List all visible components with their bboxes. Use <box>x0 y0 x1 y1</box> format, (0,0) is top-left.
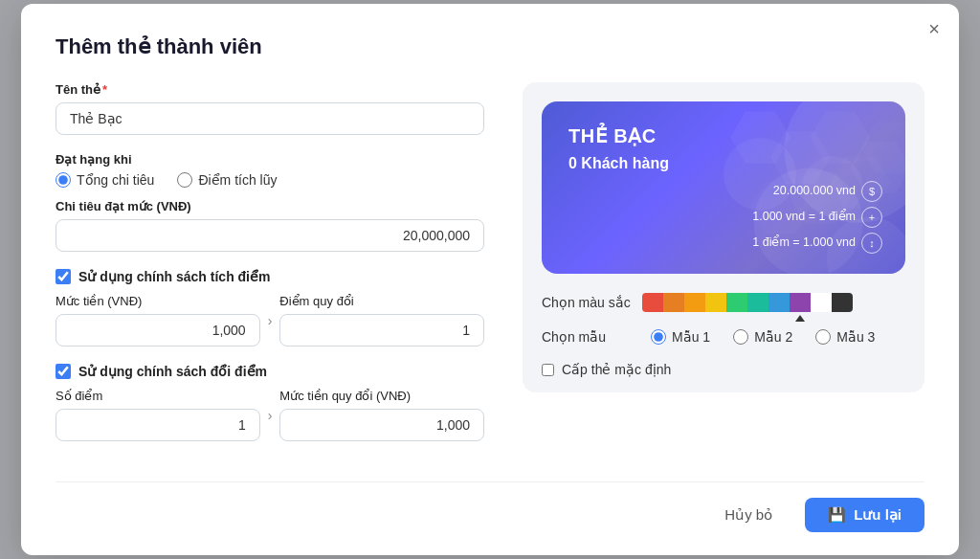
rank-criteria-group: Đạt hạng khi Tổng chi tiêu Điểm tích lũy… <box>56 152 484 252</box>
color-swatch-8[interactable] <box>811 293 832 312</box>
modal-title: Thêm thẻ thành viên <box>56 34 924 59</box>
use-points-checkbox[interactable] <box>56 269 71 284</box>
points-col: Số điểm <box>56 389 260 441</box>
arrow-icon: › <box>268 313 273 328</box>
card-info-3-text: 1 điểm = 1.000 vnd <box>752 231 856 255</box>
color-bar[interactable] <box>642 293 853 312</box>
card-preview-wrap: THẺ BẠC 0 Khách hàng 20.000.000 vnd $ 1 <box>523 82 924 392</box>
rank-criteria-label: Đạt hạng khi <box>56 152 484 167</box>
color-swatch-0[interactable] <box>642 293 663 312</box>
card-info-row-3: 1 điểm = 1.000 vnd ↕ <box>752 231 882 255</box>
spending-limit-label: Chi tiêu đạt mức (VNĐ) <box>56 199 484 213</box>
pattern-radio-1-label[interactable]: Mẫu 1 <box>651 329 710 345</box>
color-swatch-1[interactable] <box>663 293 684 312</box>
color-picker-label: Chọn màu sắc <box>542 295 631 310</box>
rank-radio-group: Tổng chi tiêu Điểm tích lũy <box>56 172 484 188</box>
color-swatch-7[interactable] <box>790 293 811 312</box>
radio-points-text: Điểm tích lũy <box>198 172 277 188</box>
color-indicator <box>795 315 805 322</box>
arrow-icon-2: › <box>268 408 273 423</box>
points-exchange-input[interactable] <box>279 314 484 347</box>
card-name-group: Tên thẻ* <box>56 82 484 135</box>
redeem-rate-row: Số điểm › Mức tiền quy đổi (VNĐ) <box>56 389 484 441</box>
money-amount-col: Mức tiền (VNĐ) <box>56 294 260 347</box>
color-swatch-2[interactable] <box>684 293 705 312</box>
points-exchange-col: Điểm quy đổi <box>279 294 484 347</box>
default-card-checkbox[interactable] <box>542 364 554 376</box>
card-preview-customers: 0 Khách hàng <box>568 155 879 172</box>
right-column: THẺ BẠC 0 Khách hàng 20.000.000 vnd $ 1 <box>523 82 924 458</box>
card-info-1-icon: $ <box>861 181 882 202</box>
points-rate-row: Mức tiền (VNĐ) › Điểm quy đổi <box>56 294 484 347</box>
pattern-radio-1[interactable] <box>651 329 666 345</box>
card-info-row-1: 20.000.000 vnd $ <box>752 179 882 203</box>
money-exchange-input[interactable] <box>279 409 484 441</box>
pattern-radio-2-label[interactable]: Mẫu 2 <box>733 329 792 345</box>
radio-spending-text: Tổng chi tiêu <box>77 172 154 188</box>
card-info-block: 20.000.000 vnd $ 1.000 vnd = 1 điểm + 1 … <box>752 179 882 257</box>
color-swatch-6[interactable] <box>768 293 790 312</box>
money-amount-input[interactable] <box>56 314 260 347</box>
modal-overlay: × Thêm thẻ thành viên Tên thẻ* Đạt hạng … <box>0 0 980 559</box>
card-preview: THẺ BẠC 0 Khách hàng 20.000.000 vnd $ 1 <box>542 101 905 274</box>
modal-footer: Hủy bỏ 💾 Lưu lại <box>56 481 924 532</box>
left-column: Tên thẻ* Đạt hạng khi Tổng chi tiêu <box>56 82 484 458</box>
use-points-text: Sử dụng chính sách tích điểm <box>78 269 270 284</box>
card-info-2-text: 1.000 vnd = 1 điểm <box>752 205 856 229</box>
color-swatch-3[interactable] <box>705 293 726 312</box>
radio-spending-label[interactable]: Tổng chi tiêu <box>56 172 154 188</box>
points-label: Số điểm <box>56 389 260 403</box>
card-info-row-2: 1.000 vnd = 1 điểm + <box>752 205 882 229</box>
use-redeem-label[interactable]: Sử dụng chính sách đổi điểm <box>56 364 484 379</box>
use-points-label[interactable]: Sử dụng chính sách tích điểm <box>56 269 484 284</box>
radio-spending[interactable] <box>56 172 71 188</box>
save-label: Lưu lại <box>854 506 902 524</box>
card-customers-count: 0 <box>568 155 577 171</box>
money-amount-label: Mức tiền (VNĐ) <box>56 294 260 308</box>
modal-body: Tên thẻ* Đạt hạng khi Tổng chi tiêu <box>56 82 924 458</box>
pattern-2-text: Mẫu 2 <box>754 329 792 345</box>
add-member-card-modal: × Thêm thẻ thành viên Tên thẻ* Đạt hạng … <box>21 4 959 555</box>
color-swatch-9[interactable] <box>832 293 853 312</box>
pattern-3-text: Mẫu 3 <box>836 329 875 345</box>
redeem-policy-group: Sử dụng chính sách đổi điểm Số điểm › Mứ… <box>56 364 484 441</box>
pattern-row: Chọn mẫu Mẫu 1 Mẫu 2 Mẫu 3 <box>542 329 905 345</box>
color-swatch-5[interactable] <box>747 293 768 312</box>
pattern-radio-3-label[interactable]: Mẫu 3 <box>815 329 875 345</box>
points-policy-group: Sử dụng chính sách tích điểm Mức tiền (V… <box>56 269 484 347</box>
pattern-label: Chọn mẫu <box>542 329 628 345</box>
spending-input[interactable] <box>56 219 484 252</box>
default-card-row: Cấp thẻ mặc định <box>542 362 905 377</box>
pattern-radio-2[interactable] <box>733 329 748 345</box>
radio-points[interactable] <box>177 172 192 188</box>
use-redeem-text: Sử dụng chính sách đổi điểm <box>78 364 267 379</box>
card-info-1-text: 20.000.000 vnd <box>773 179 856 203</box>
required-star: * <box>102 82 107 97</box>
points-exchange-label: Điểm quy đổi <box>279 294 484 308</box>
cancel-button[interactable]: Hủy bỏ <box>707 499 790 531</box>
money-exchange-col: Mức tiền quy đổi (VNĐ) <box>279 389 484 441</box>
pattern-radio-3[interactable] <box>815 329 831 345</box>
close-button[interactable]: × <box>928 19 940 38</box>
card-name-label: Tên thẻ* <box>56 82 484 97</box>
money-exchange-label: Mức tiền quy đổi (VNĐ) <box>279 389 484 403</box>
save-icon: 💾 <box>828 506 846 524</box>
card-info-3-icon: ↕ <box>861 233 882 254</box>
radio-points-label[interactable]: Điểm tích lũy <box>177 172 277 188</box>
card-preview-name: THẺ BẠC <box>568 124 879 147</box>
card-info-2-icon: + <box>861 207 882 228</box>
save-button[interactable]: 💾 Lưu lại <box>805 498 924 532</box>
default-card-label: Cấp thẻ mặc định <box>562 362 671 377</box>
pattern-1-text: Mẫu 1 <box>672 329 710 345</box>
card-name-input[interactable] <box>56 102 484 135</box>
points-input[interactable] <box>56 409 260 441</box>
color-picker-row: Chọn màu sắc <box>542 293 905 312</box>
use-redeem-checkbox[interactable] <box>56 364 71 379</box>
color-swatch-4[interactable] <box>726 293 747 312</box>
